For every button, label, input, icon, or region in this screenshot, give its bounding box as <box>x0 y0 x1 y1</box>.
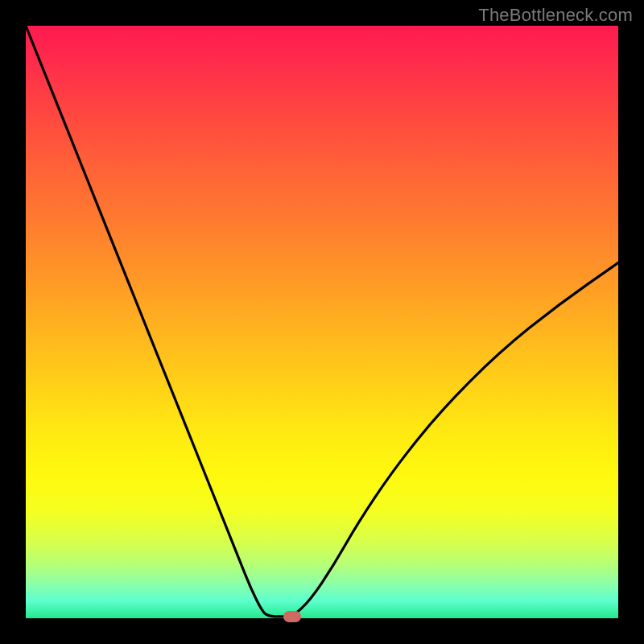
plot-area <box>26 26 618 618</box>
watermark-text: TheBottleneck.com <box>478 5 633 26</box>
minimum-marker <box>283 611 301 622</box>
bottleneck-curve <box>26 26 618 618</box>
chart-frame: TheBottleneck.com <box>0 0 644 644</box>
